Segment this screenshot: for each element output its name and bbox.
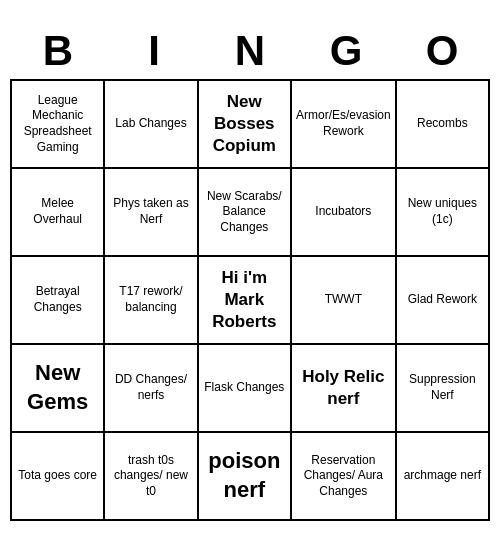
bingo-cell[interactable]: DD Changes/ nerfs [105,345,198,433]
bingo-cell[interactable]: Suppression Nerf [397,345,490,433]
bingo-cell[interactable]: New Gems [12,345,105,433]
bingo-cell[interactable]: New Bosses Copium [199,81,292,169]
bingo-cell[interactable]: Lab Changes [105,81,198,169]
letter-o: O [398,27,486,75]
bingo-cell[interactable]: League Mechanic Spreadsheet Gaming [12,81,105,169]
bingo-cell[interactable]: archmage nerf [397,433,490,521]
bingo-cell[interactable]: Flask Changes [199,345,292,433]
bingo-cell[interactable]: Hi i'm Mark Roberts [199,257,292,345]
bingo-cell[interactable]: Betrayal Changes [12,257,105,345]
bingo-title-row: B I N G O [10,23,490,79]
bingo-card: B I N G O League Mechanic Spreadsheet Ga… [10,23,490,521]
bingo-cell[interactable]: TWWT [292,257,397,345]
bingo-cell[interactable]: poison nerf [199,433,292,521]
letter-g: G [302,27,390,75]
bingo-cell[interactable]: New uniques (1c) [397,169,490,257]
bingo-cell[interactable]: Reservation Changes/ Aura Changes [292,433,397,521]
bingo-cell[interactable]: Melee Overhaul [12,169,105,257]
bingo-cell[interactable]: T17 rework/ balancing [105,257,198,345]
letter-b: B [14,27,102,75]
bingo-cell[interactable]: trash t0s changes/ new t0 [105,433,198,521]
bingo-cell[interactable]: Armor/Es/evasion Rework [292,81,397,169]
bingo-cell[interactable]: New Scarabs/ Balance Changes [199,169,292,257]
bingo-grid: League Mechanic Spreadsheet GamingLab Ch… [10,79,490,521]
bingo-cell[interactable]: Glad Rework [397,257,490,345]
bingo-cell[interactable]: Incubators [292,169,397,257]
letter-i: I [110,27,198,75]
bingo-cell[interactable]: Holy Relic nerf [292,345,397,433]
bingo-cell[interactable]: Tota goes core [12,433,105,521]
bingo-cell[interactable]: Recombs [397,81,490,169]
letter-n: N [206,27,294,75]
bingo-cell[interactable]: Phys taken as Nerf [105,169,198,257]
